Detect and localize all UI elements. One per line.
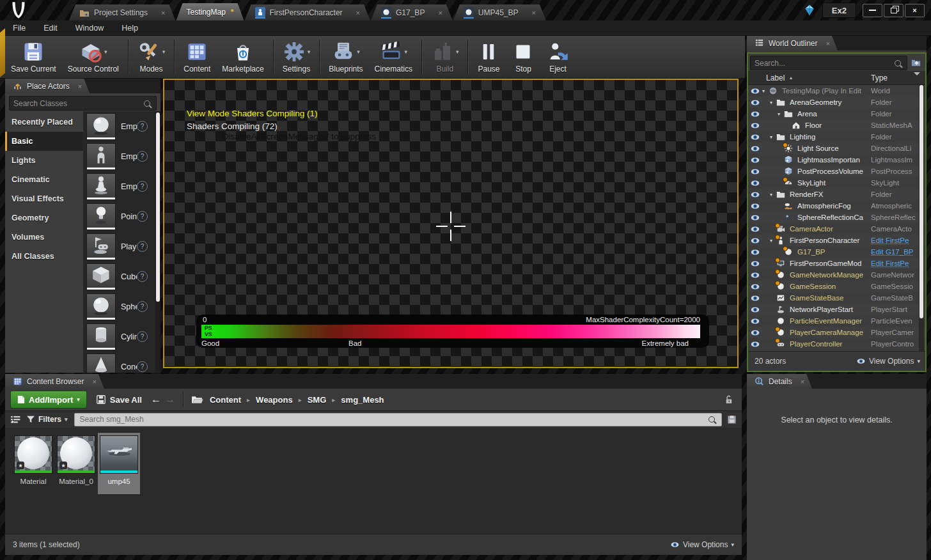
- doc-tab-firstpersoncharacter[interactable]: FirstPersonCharacter×: [245, 4, 370, 20]
- save-current-button[interactable]: Save Current: [5, 38, 62, 75]
- close-icon[interactable]: ×: [92, 378, 96, 385]
- visibility-eye-icon[interactable]: [748, 214, 762, 221]
- add-folder-button[interactable]: [909, 56, 923, 68]
- project-name-badge[interactable]: Ex2: [822, 3, 856, 18]
- outliner-row-gamestatebase[interactable]: GameStateBaseGameStateB: [748, 292, 925, 304]
- chevron-down-icon[interactable]: ▾: [357, 49, 360, 55]
- asset-ump45[interactable]: ump45: [98, 433, 140, 494]
- outliner-row-firstpersoncharacter[interactable]: ▾FirstPersonCharacterEdit FirstPe: [748, 235, 925, 246]
- outliner-row-g17-bp[interactable]: G17_BPEdit G17_BP: [748, 246, 925, 258]
- visibility-eye-icon[interactable]: [748, 341, 762, 348]
- doc-tab-g17-bp[interactable]: G17_BP×: [371, 4, 453, 20]
- visibility-eye-icon[interactable]: [748, 88, 762, 95]
- close-icon[interactable]: ×: [356, 9, 360, 17]
- help-icon[interactable]: ?: [137, 361, 148, 372]
- visibility-eye-icon[interactable]: [748, 329, 762, 336]
- column-type[interactable]: Type: [871, 74, 888, 82]
- category-lights[interactable]: Lights: [5, 151, 83, 170]
- place-item-emp-2[interactable]: Emp?: [83, 171, 155, 201]
- tab-place-actors[interactable]: Place Actors ×: [5, 79, 90, 93]
- visibility-eye-icon[interactable]: [748, 99, 762, 106]
- visibility-eye-icon[interactable]: [748, 157, 762, 164]
- visibility-eye-icon[interactable]: [748, 306, 762, 313]
- expand-arrow-icon[interactable]: ▾: [770, 100, 776, 105]
- add-import-button[interactable]: Add/Import ▾: [10, 391, 87, 408]
- edit-blueprint-link[interactable]: Edit FirstPe: [871, 260, 918, 267]
- view-options-button[interactable]: View Options ▾: [670, 540, 734, 549]
- restore-button[interactable]: [884, 4, 904, 17]
- visibility-eye-icon[interactable]: [748, 122, 762, 129]
- visibility-eye-icon[interactable]: [748, 295, 762, 302]
- chevron-down-icon[interactable]: ▾: [162, 49, 166, 55]
- visibility-eye-icon[interactable]: [748, 272, 762, 279]
- outliner-row-lighting[interactable]: ▾LightingFolder: [748, 131, 925, 143]
- outliner-row-gamenetworkmanage[interactable]: GameNetworkManageGameNetwor: [748, 269, 925, 281]
- help-icon[interactable]: ?: [137, 211, 148, 222]
- content-button[interactable]: Content: [178, 38, 216, 75]
- place-item-cone-8[interactable]: Cone?: [83, 352, 155, 373]
- menu-window[interactable]: Window: [66, 20, 113, 35]
- column-label[interactable]: Label: [766, 74, 785, 82]
- asset-material-0[interactable]: ★Material_0: [55, 433, 97, 494]
- visibility-eye-icon[interactable]: [748, 249, 762, 256]
- outliner-search-input[interactable]: [751, 59, 895, 68]
- chevron-down-icon[interactable]: ▾: [456, 49, 459, 55]
- doc-tab-project-settings[interactable]: Project Settings×: [69, 4, 175, 20]
- gem-icon[interactable]: [803, 4, 816, 17]
- expand-arrow-icon[interactable]: ▾: [770, 192, 776, 198]
- outliner-row-skylight[interactable]: SkyLightSkyLight: [748, 177, 925, 189]
- type-filter-icon[interactable]: [914, 75, 920, 84]
- outliner-row-firstpersongamemod[interactable]: FirstPersonGameModEdit FirstPe: [748, 258, 925, 269]
- outliner-row-light-source[interactable]: Light SourceDirectionalLi: [748, 143, 925, 154]
- settings-button[interactable]: ▾Settings: [277, 38, 317, 75]
- view-options-button[interactable]: View Options ▾: [856, 357, 920, 366]
- outliner-scrollbar[interactable]: [919, 85, 924, 352]
- close-icon[interactable]: ×: [801, 378, 804, 385]
- place-item-sphe-6[interactable]: Sphe?: [83, 292, 155, 322]
- category-basic[interactable]: Basic: [5, 132, 83, 151]
- category-visual-effects[interactable]: Visual Effects: [5, 189, 83, 208]
- place-item-cube-5[interactable]: Cube?: [83, 261, 155, 292]
- visibility-eye-icon[interactable]: [748, 168, 762, 175]
- lock-icon[interactable]: [723, 394, 734, 405]
- forward-button[interactable]: →: [165, 394, 175, 405]
- outliner-row-spherereflectionca[interactable]: SphereReflectionCaSphereReflec: [748, 212, 925, 223]
- scrollbar-thumb[interactable]: [156, 113, 160, 302]
- close-icon[interactable]: ×: [161, 9, 165, 17]
- visibility-eye-icon[interactable]: [748, 134, 762, 141]
- close-icon[interactable]: ×: [438, 9, 442, 17]
- blueprints-button[interactable]: ▾Blueprints: [323, 38, 368, 75]
- menu-edit[interactable]: Edit: [35, 20, 66, 35]
- breadcrumb-weapons[interactable]: Weapons: [256, 395, 293, 405]
- outliner-row-lightmassimportan[interactable]: LightmassImportanLightmassIm: [748, 154, 925, 166]
- filters-button[interactable]: Filters ▾: [26, 415, 68, 424]
- visibility-eye-icon[interactable]: [748, 260, 762, 267]
- tab-content-browser[interactable]: Content Browser ×: [5, 374, 104, 389]
- visibility-eye-icon[interactable]: [748, 180, 762, 187]
- category-geometry[interactable]: Geometry: [5, 208, 83, 228]
- close-icon[interactable]: ×: [78, 82, 82, 90]
- save-all-button[interactable]: Save All: [96, 394, 142, 405]
- visibility-eye-icon[interactable]: [748, 226, 762, 233]
- modes-button[interactable]: ▾Modes: [132, 38, 171, 75]
- stop-button[interactable]: Stop: [506, 38, 540, 75]
- category-cinematic[interactable]: Cinematic: [5, 170, 83, 189]
- chevron-down-icon[interactable]: ▾: [308, 49, 311, 55]
- outliner-row-atmosphericfog[interactable]: AtmosphericFogAtmospheric: [748, 200, 925, 212]
- close-button[interactable]: ×: [905, 4, 925, 17]
- chevron-down-icon[interactable]: ▾: [405, 49, 408, 55]
- scrollbar-thumb[interactable]: [919, 85, 923, 318]
- cinematics-button[interactable]: ▾Cinematics: [369, 38, 418, 75]
- visibility-eye-icon[interactable]: [748, 283, 762, 290]
- outliner-row-renderfx[interactable]: ▾RenderFXFolder: [748, 189, 925, 200]
- place-actors-scrollbar[interactable]: [155, 111, 160, 373]
- place-item-cylir-7[interactable]: Cylir?: [83, 322, 155, 352]
- outliner-row-postprocessvolume[interactable]: PostProcessVolumePostProcess: [748, 166, 925, 177]
- edit-blueprint-link[interactable]: Edit FirstPe: [871, 237, 918, 244]
- visibility-eye-icon[interactable]: [748, 203, 762, 210]
- breadcrumb-smg-mesh[interactable]: smg_Mesh: [341, 395, 384, 405]
- outliner-row-networkplayerstart[interactable]: NetworkPlayerStartPlayerStart: [748, 304, 925, 315]
- close-icon[interactable]: ×: [825, 40, 829, 47]
- breadcrumb-smg[interactable]: SMG: [308, 395, 327, 405]
- back-button[interactable]: ←: [151, 394, 161, 405]
